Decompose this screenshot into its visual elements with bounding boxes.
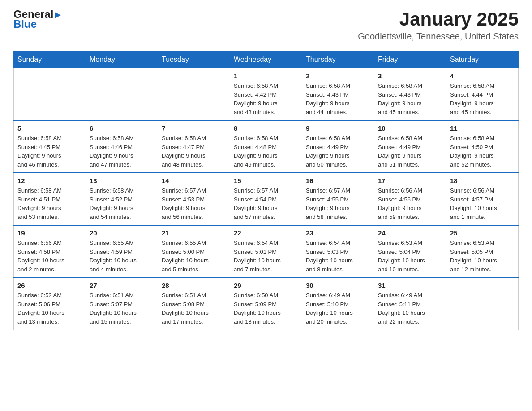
day-info: Sunrise: 6:55 AM Sunset: 5:00 PM Dayligh… — [162, 239, 226, 274]
day-info: Sunrise: 6:57 AM Sunset: 4:54 PM Dayligh… — [234, 186, 298, 221]
day-info: Sunrise: 6:52 AM Sunset: 5:06 PM Dayligh… — [17, 291, 82, 326]
day-info: Sunrise: 6:51 AM Sunset: 5:08 PM Dayligh… — [162, 291, 226, 326]
day-number: 13 — [90, 177, 154, 184]
calendar-day-cell: 27Sunrise: 6:51 AM Sunset: 5:07 PM Dayli… — [86, 278, 158, 330]
day-number: 15 — [234, 177, 298, 184]
svg-marker-0 — [55, 12, 61, 18]
calendar-day-cell: 2Sunrise: 6:58 AM Sunset: 4:43 PM Daylig… — [302, 68, 374, 121]
calendar-day-header: Tuesday — [158, 51, 230, 68]
calendar-day-cell: 24Sunrise: 6:53 AM Sunset: 5:04 PM Dayli… — [374, 225, 446, 278]
calendar-week-row: 1Sunrise: 6:58 AM Sunset: 4:42 PM Daylig… — [14, 68, 519, 121]
calendar-day-cell: 17Sunrise: 6:56 AM Sunset: 4:56 PM Dayli… — [374, 173, 446, 225]
day-number: 20 — [90, 229, 154, 237]
title-area: January 2025 Goodlettsville, Tennessee, … — [358, 9, 519, 42]
day-info: Sunrise: 6:56 AM Sunset: 4:58 PM Dayligh… — [17, 239, 82, 274]
day-number: 3 — [378, 72, 442, 80]
calendar-day-cell: 20Sunrise: 6:55 AM Sunset: 4:59 PM Dayli… — [86, 225, 158, 278]
calendar-day-cell: 10Sunrise: 6:58 AM Sunset: 4:49 PM Dayli… — [374, 120, 446, 173]
day-info: Sunrise: 6:53 AM Sunset: 5:04 PM Dayligh… — [378, 239, 442, 274]
day-number: 11 — [450, 124, 515, 132]
calendar-day-cell: 8Sunrise: 6:58 AM Sunset: 4:48 PM Daylig… — [230, 120, 302, 173]
day-number: 31 — [378, 282, 442, 289]
day-number: 6 — [90, 124, 154, 132]
calendar-day-cell — [158, 68, 230, 121]
day-number: 16 — [306, 177, 370, 184]
day-number: 12 — [17, 177, 82, 184]
calendar: SundayMondayTuesdayWednesdayThursdayFrid… — [13, 51, 519, 330]
day-info: Sunrise: 6:58 AM Sunset: 4:43 PM Dayligh… — [306, 81, 370, 116]
calendar-day-cell: 14Sunrise: 6:57 AM Sunset: 4:53 PM Dayli… — [158, 173, 230, 225]
calendar-day-cell: 11Sunrise: 6:58 AM Sunset: 4:50 PM Dayli… — [446, 120, 519, 173]
calendar-day-cell — [14, 68, 86, 121]
calendar-day-cell: 1Sunrise: 6:58 AM Sunset: 4:42 PM Daylig… — [230, 68, 302, 121]
logo-triangle-icon — [55, 12, 61, 18]
day-info: Sunrise: 6:58 AM Sunset: 4:49 PM Dayligh… — [306, 134, 370, 169]
day-info: Sunrise: 6:53 AM Sunset: 5:05 PM Dayligh… — [450, 239, 515, 274]
day-info: Sunrise: 6:57 AM Sunset: 4:55 PM Dayligh… — [306, 186, 370, 221]
calendar-week-row: 19Sunrise: 6:56 AM Sunset: 4:58 PM Dayli… — [14, 225, 519, 278]
day-number: 8 — [234, 124, 298, 132]
day-info: Sunrise: 6:58 AM Sunset: 4:45 PM Dayligh… — [17, 134, 82, 169]
day-number: 14 — [162, 177, 226, 184]
day-number: 23 — [306, 229, 370, 237]
calendar-day-cell: 9Sunrise: 6:58 AM Sunset: 4:49 PM Daylig… — [302, 120, 374, 173]
day-info: Sunrise: 6:49 AM Sunset: 5:11 PM Dayligh… — [378, 291, 442, 326]
day-number: 18 — [450, 177, 515, 184]
calendar-day-header: Thursday — [302, 51, 374, 68]
calendar-day-cell: 6Sunrise: 6:58 AM Sunset: 4:46 PM Daylig… — [86, 120, 158, 173]
header: General Blue January 2025 Goodlettsville… — [13, 9, 519, 42]
calendar-day-header: Sunday — [14, 51, 86, 68]
day-info: Sunrise: 6:58 AM Sunset: 4:51 PM Dayligh… — [17, 186, 82, 221]
page-subtitle: Goodlettsville, Tennessee, United States — [358, 31, 519, 42]
calendar-day-header: Friday — [374, 51, 446, 68]
day-info: Sunrise: 6:58 AM Sunset: 4:44 PM Dayligh… — [450, 81, 515, 116]
calendar-day-cell: 31Sunrise: 6:49 AM Sunset: 5:11 PM Dayli… — [374, 278, 446, 330]
day-number: 25 — [450, 229, 515, 237]
calendar-day-cell: 21Sunrise: 6:55 AM Sunset: 5:00 PM Dayli… — [158, 225, 230, 278]
day-info: Sunrise: 6:58 AM Sunset: 4:43 PM Dayligh… — [378, 81, 442, 116]
calendar-day-cell: 25Sunrise: 6:53 AM Sunset: 5:05 PM Dayli… — [446, 225, 519, 278]
day-number: 19 — [17, 229, 82, 237]
page-title: January 2025 — [358, 9, 519, 30]
day-info: Sunrise: 6:58 AM Sunset: 4:48 PM Dayligh… — [234, 134, 298, 169]
day-info: Sunrise: 6:50 AM Sunset: 5:09 PM Dayligh… — [234, 291, 298, 326]
calendar-day-cell — [446, 278, 519, 330]
calendar-week-row: 12Sunrise: 6:58 AM Sunset: 4:51 PM Dayli… — [14, 173, 519, 225]
day-number: 10 — [378, 124, 442, 132]
day-info: Sunrise: 6:51 AM Sunset: 5:07 PM Dayligh… — [90, 291, 154, 326]
day-number: 7 — [162, 124, 226, 132]
day-info: Sunrise: 6:49 AM Sunset: 5:10 PM Dayligh… — [306, 291, 370, 326]
day-number: 24 — [378, 229, 442, 237]
calendar-day-cell: 22Sunrise: 6:54 AM Sunset: 5:01 PM Dayli… — [230, 225, 302, 278]
calendar-day-cell: 30Sunrise: 6:49 AM Sunset: 5:10 PM Dayli… — [302, 278, 374, 330]
calendar-day-cell: 23Sunrise: 6:54 AM Sunset: 5:03 PM Dayli… — [302, 225, 374, 278]
day-number: 28 — [162, 282, 226, 289]
day-info: Sunrise: 6:58 AM Sunset: 4:49 PM Dayligh… — [378, 134, 442, 169]
calendar-day-cell: 18Sunrise: 6:56 AM Sunset: 4:57 PM Dayli… — [446, 173, 519, 225]
calendar-day-header: Monday — [86, 51, 158, 68]
day-info: Sunrise: 6:55 AM Sunset: 4:59 PM Dayligh… — [90, 239, 154, 274]
calendar-day-cell: 4Sunrise: 6:58 AM Sunset: 4:44 PM Daylig… — [446, 68, 519, 121]
logo: General Blue — [13, 9, 61, 30]
calendar-day-cell: 7Sunrise: 6:58 AM Sunset: 4:47 PM Daylig… — [158, 120, 230, 173]
day-info: Sunrise: 6:56 AM Sunset: 4:56 PM Dayligh… — [378, 186, 442, 221]
calendar-day-cell: 16Sunrise: 6:57 AM Sunset: 4:55 PM Dayli… — [302, 173, 374, 225]
calendar-day-cell: 19Sunrise: 6:56 AM Sunset: 4:58 PM Dayli… — [14, 225, 86, 278]
calendar-day-cell: 15Sunrise: 6:57 AM Sunset: 4:54 PM Dayli… — [230, 173, 302, 225]
calendar-day-cell: 29Sunrise: 6:50 AM Sunset: 5:09 PM Dayli… — [230, 278, 302, 330]
calendar-header-row: SundayMondayTuesdayWednesdayThursdayFrid… — [14, 51, 519, 68]
day-number: 4 — [450, 72, 515, 80]
day-info: Sunrise: 6:57 AM Sunset: 4:53 PM Dayligh… — [162, 186, 226, 221]
day-number: 2 — [306, 72, 370, 80]
day-info: Sunrise: 6:58 AM Sunset: 4:50 PM Dayligh… — [450, 134, 515, 169]
day-number: 30 — [306, 282, 370, 289]
calendar-day-cell: 5Sunrise: 6:58 AM Sunset: 4:45 PM Daylig… — [14, 120, 86, 173]
calendar-day-header: Wednesday — [230, 51, 302, 68]
calendar-day-header: Saturday — [446, 51, 519, 68]
calendar-day-cell — [86, 68, 158, 121]
day-number: 21 — [162, 229, 226, 237]
day-info: Sunrise: 6:58 AM Sunset: 4:52 PM Dayligh… — [90, 186, 154, 221]
day-number: 22 — [234, 229, 298, 237]
day-number: 27 — [90, 282, 154, 289]
day-number: 17 — [378, 177, 442, 184]
